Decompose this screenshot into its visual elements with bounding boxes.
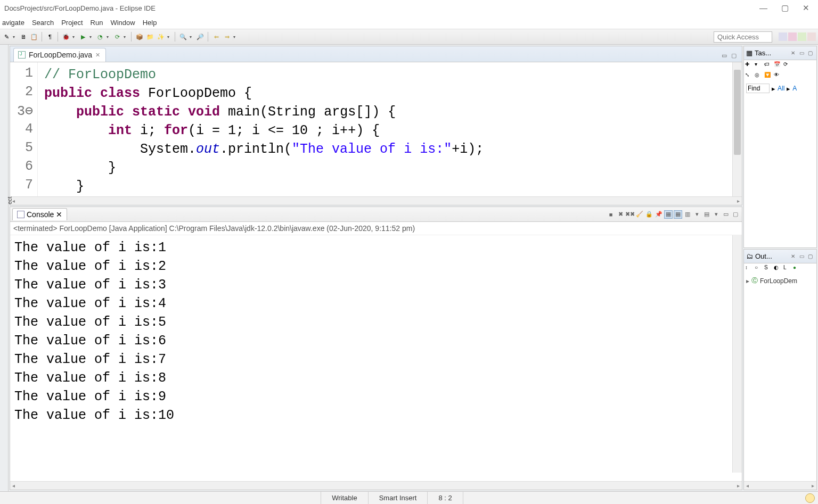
java-perspective-icon[interactable] (788, 32, 797, 41)
task-list-body[interactable] (744, 95, 816, 247)
quick-access-input[interactable] (714, 31, 772, 43)
task-filter-all-link[interactable]: All (778, 85, 784, 92)
debug-icon[interactable]: 🐞 (62, 32, 70, 41)
dropdown-icon[interactable]: ▾ (124, 35, 128, 39)
expand-arrow-icon[interactable]: ▸ (746, 277, 749, 285)
console-vertical-scrollbar[interactable] (732, 235, 742, 473)
dropdown-icon[interactable]: ▾ (190, 35, 194, 39)
editor-tab-forloopdemo[interactable]: ForLoopDemo.java ✕ (13, 48, 106, 62)
dropdown-icon[interactable]: ▾ (107, 35, 111, 39)
scroll-right-icon[interactable]: ▸ (812, 483, 814, 489)
terminate-icon[interactable]: ■ (607, 210, 615, 219)
menu-navigate[interactable]: avigate (2, 19, 24, 27)
scroll-left-icon[interactable]: ◂ (12, 483, 15, 489)
scroll-lock-icon[interactable]: 🔒 (645, 210, 653, 219)
categorize-icon[interactable]: 🏷 (764, 61, 773, 70)
notification-icon[interactable] (805, 493, 815, 503)
maximize-view-icon[interactable]: ▢ (808, 253, 814, 260)
collapse-all-icon[interactable]: ⤡ (745, 72, 754, 80)
outline-header[interactable]: 🗂 Out... ✕ ▭ ▢ (744, 250, 816, 263)
outline-body[interactable]: ▸ Ⓒ ForLoopDem (744, 274, 816, 481)
remove-all-icon[interactable]: ✖✖ (626, 210, 634, 219)
scroll-left-icon[interactable]: ◂ (746, 483, 749, 489)
toggle-highlight-icon[interactable]: ✎ (2, 32, 11, 41)
task-list-header[interactable]: ▦ Tas... ✕ ▭ ▢ (744, 46, 816, 60)
schedule-icon[interactable]: 📅 (774, 61, 782, 70)
close-tab-icon[interactable]: ✕ (95, 52, 100, 59)
new-task-icon[interactable]: ✚ (745, 61, 754, 70)
menu-search[interactable]: Search (32, 19, 54, 27)
dropdown-icon[interactable]: ▾ (693, 210, 701, 219)
open-console-icon[interactable]: ▤ (702, 210, 711, 219)
maximize-view-icon[interactable]: ▢ (808, 50, 814, 56)
close-tab-icon[interactable]: ✕ (56, 210, 62, 219)
new-package-icon[interactable]: 📦 (135, 32, 144, 41)
code-editor[interactable]: 1 2 3⊖ 4 5 6 7 // ForLoopDemo public cla… (10, 62, 742, 196)
coverage-icon[interactable]: ◔ (96, 32, 104, 41)
dropdown-icon[interactable]: ▾ (233, 35, 238, 39)
menu-window[interactable]: Window (110, 19, 135, 27)
show-console-on-err-icon[interactable]: ▦ (674, 210, 682, 219)
search-icon[interactable]: 🔎 (196, 32, 204, 41)
scroll-right-icon[interactable]: ▸ (737, 483, 740, 489)
synchronize-icon[interactable]: ⟳ (783, 61, 792, 70)
close-tab-icon[interactable]: ✕ (791, 253, 797, 260)
dropdown-icon[interactable]: ▾ (89, 35, 94, 39)
nav-fwd-icon[interactable]: ⇒ (223, 32, 231, 41)
link-editor-icon[interactable]: ● (793, 265, 801, 273)
filter-icon[interactable]: 🔽 (764, 72, 773, 80)
hide-static-icon[interactable]: S (764, 265, 773, 273)
menu-run[interactable]: Run (91, 19, 103, 27)
scroll-right-icon[interactable]: ▸ (737, 198, 740, 204)
minimize-view-icon[interactable]: ▭ (799, 253, 806, 260)
console-output[interactable]: The value of i is:1 The value of i is:2 … (10, 235, 742, 481)
remove-launch-icon[interactable]: ✖ (616, 210, 625, 219)
task-filter-a-link[interactable]: A (792, 85, 797, 92)
open-perspective-icon[interactable] (779, 32, 787, 41)
clear-console-icon[interactable]: 🧹 (635, 210, 644, 219)
minimize-view-icon[interactable]: ▭ (799, 50, 806, 56)
minimize-view-icon[interactable]: ▭ (722, 52, 729, 60)
nav-back-icon[interactable]: ⇐ (212, 32, 220, 41)
debug-perspective-icon[interactable] (798, 32, 806, 41)
close-tab-icon[interactable]: ✕ (791, 50, 797, 56)
hide-local-icon[interactable]: L (783, 265, 792, 273)
sort-icon[interactable]: ↕ (745, 265, 754, 273)
hide-nonpublic-icon[interactable]: ◐ (774, 265, 782, 273)
maximize-view-icon[interactable]: ▢ (731, 210, 740, 219)
menu-project[interactable]: Project (61, 19, 83, 27)
hide-fields-icon[interactable]: ○ (755, 265, 763, 273)
show-console-on-out-icon[interactable]: ▦ (664, 210, 673, 219)
maximize-view-icon[interactable]: ▢ (731, 52, 739, 60)
scrollbar-thumb[interactable] (734, 70, 741, 155)
focus-icon[interactable]: ◎ (755, 72, 763, 80)
run-icon[interactable]: ▶ (79, 32, 87, 41)
menu-help[interactable]: Help (143, 19, 157, 27)
minimized-view-stack[interactable]: ect (0, 45, 9, 491)
task-find-input[interactable] (746, 84, 770, 93)
outline-item-class[interactable]: ▸ Ⓒ ForLoopDem (746, 276, 814, 285)
dropdown-icon[interactable]: ▾ (13, 35, 17, 39)
minimize-icon[interactable]: — (759, 3, 767, 13)
console-horizontal-scrollbar[interactable]: ◂ ▸ (10, 481, 742, 490)
maximize-icon[interactable]: ▢ (781, 3, 789, 13)
minimize-view-icon[interactable]: ▭ (722, 210, 730, 219)
run-last-icon[interactable]: ⟳ (113, 32, 121, 41)
editor-vertical-scrollbar[interactable] (732, 62, 742, 196)
dropdown-icon[interactable]: ▾ (72, 35, 77, 39)
javaee-perspective-icon[interactable] (807, 32, 816, 41)
paste-icon[interactable]: 📋 (30, 32, 38, 41)
pin-console-icon[interactable]: 📌 (655, 210, 663, 219)
code-content[interactable]: // ForLoopDemo public class ForLoopDemo … (38, 62, 732, 196)
dropdown-icon[interactable]: ▾ (167, 35, 171, 39)
display-selected-console-icon[interactable]: ▥ (683, 210, 692, 219)
outline-horizontal-scrollbar[interactable]: ◂ ▸ (744, 481, 816, 490)
doc-icon[interactable]: 🗎 (19, 32, 28, 41)
console-tab[interactable]: Console ✕ (12, 208, 67, 220)
close-icon[interactable]: ✕ (803, 3, 809, 13)
open-type-icon[interactable]: 🔍 (179, 32, 187, 41)
editor-horizontal-scrollbar[interactable]: ◂ ▸ (10, 196, 742, 205)
toggle-mark-icon[interactable]: ¶ (46, 32, 54, 41)
dropdown-icon[interactable]: ▾ (755, 61, 763, 70)
new-class-icon[interactable]: 📁 (146, 32, 154, 41)
